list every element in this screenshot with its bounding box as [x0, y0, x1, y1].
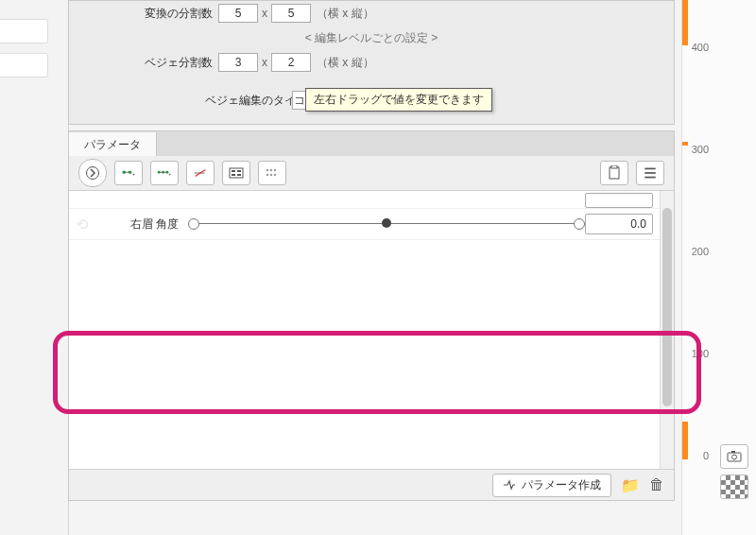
svg-point-0: [87, 167, 99, 180]
multiply-sign: x: [262, 56, 267, 69]
ruler: 400 300 200 100 0: [681, 0, 756, 535]
svg-point-21: [270, 174, 272, 176]
section-header: < 編集レベルごとの設定 >: [69, 26, 674, 50]
left-block-1: [0, 19, 48, 43]
clipboard-button[interactable]: [600, 161, 628, 185]
svg-rect-14: [237, 170, 241, 172]
settings-panel: 変換の分割数 5 x 5 （横 x 縦） < 編集レベルごとの設定 > ベジェ分…: [68, 0, 675, 125]
scrollbar[interactable]: [660, 191, 674, 471]
svg-rect-28: [728, 453, 741, 461]
parameter-panel: パラメータ + +: [68, 130, 675, 501]
keyform-list-button[interactable]: [258, 161, 286, 185]
param-value[interactable]: 0.0: [585, 214, 653, 234]
expand-button[interactable]: [78, 159, 107, 187]
bezier-div-label: ベジェ分割数: [145, 55, 213, 71]
tab-bar: パラメータ: [69, 131, 674, 156]
drag-tooltip: 左右ドラッグで値を変更できます: [305, 88, 492, 112]
left-gutter: [0, 0, 69, 535]
ruler-marker: [682, 142, 688, 146]
ruler-400: 400: [692, 42, 709, 53]
divisions-x-input[interactable]: 5: [218, 4, 258, 23]
param-value[interactable]: [585, 193, 653, 208]
svg-point-20: [266, 174, 268, 176]
ruler-200: 200: [692, 246, 709, 257]
svg-rect-30: [731, 451, 735, 453]
svg-rect-16: [237, 174, 241, 176]
svg-text:+: +: [132, 171, 135, 177]
param-slider[interactable]: [188, 215, 585, 233]
list-item-partial: [69, 191, 661, 209]
param-toolbar: + +: [69, 156, 674, 191]
svg-point-19: [274, 169, 276, 171]
left-block-2: [0, 53, 48, 78]
create-parameter-label: パラメータ作成: [522, 477, 601, 493]
svg-rect-23: [610, 167, 619, 179]
scroll-thumb[interactable]: [662, 208, 672, 406]
ruler-marker-bottom: [682, 422, 688, 459]
ruler-0: 0: [703, 450, 709, 461]
svg-rect-15: [232, 174, 235, 176]
bezier-x-input[interactable]: 3: [218, 53, 258, 72]
ruler-300: 300: [692, 144, 709, 155]
checker-button[interactable]: [720, 475, 748, 499]
param-bottom-bar: パラメータ作成 📁 🗑: [69, 469, 674, 500]
hv-suffix: （横 x 縦）: [317, 6, 374, 22]
svg-point-17: [266, 169, 268, 171]
svg-point-18: [270, 169, 272, 171]
create-parameter-button[interactable]: パラメータ作成: [492, 474, 611, 497]
parameter-list: ⟲右眉 角度0.0: [69, 191, 674, 471]
keyform-button[interactable]: [222, 161, 250, 185]
divisions-label: 変換の分割数: [145, 6, 213, 22]
add-3key-button[interactable]: +: [150, 161, 179, 185]
svg-text:+: +: [168, 171, 171, 177]
reset-icon[interactable]: ⟲: [73, 216, 90, 233]
list-item[interactable]: ⟲右眉 角度0.0: [69, 209, 661, 240]
add-2key-button[interactable]: +: [114, 161, 143, 185]
trash-icon[interactable]: 🗑: [649, 476, 664, 493]
divisions-y-input[interactable]: 5: [271, 4, 311, 23]
camera-button[interactable]: [720, 444, 748, 469]
svg-rect-13: [232, 170, 235, 172]
tab-parameters[interactable]: パラメータ: [69, 132, 157, 157]
ruler-100: 100: [692, 348, 709, 359]
svg-point-29: [732, 455, 737, 459]
ruler-marker-top: [682, 0, 688, 45]
svg-rect-24: [611, 165, 617, 168]
menu-button[interactable]: [636, 161, 664, 185]
param-name: 右眉 角度: [90, 216, 188, 233]
svg-rect-12: [230, 168, 243, 178]
multiply-sign: x: [262, 7, 267, 20]
folder-icon[interactable]: 📁: [621, 476, 640, 494]
bezier-y-input[interactable]: 2: [271, 53, 311, 72]
delete-key-button[interactable]: [186, 161, 215, 185]
hv-suffix: （横 x 縦）: [317, 55, 374, 71]
svg-point-22: [274, 174, 276, 176]
